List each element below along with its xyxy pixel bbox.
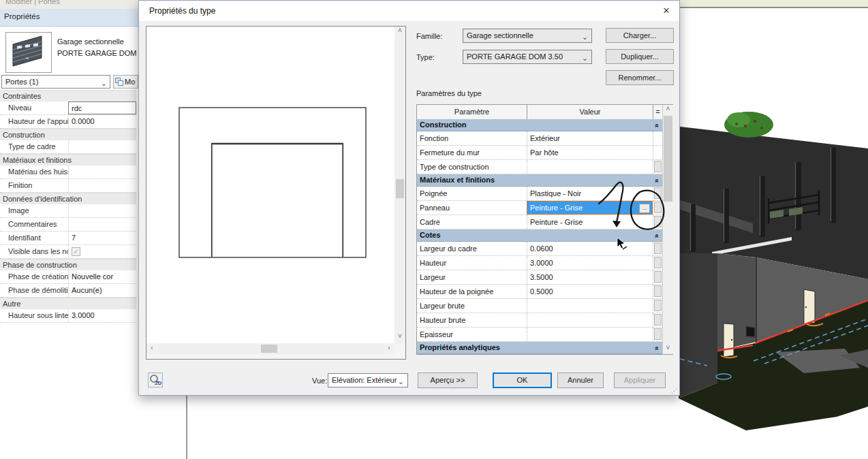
param-value[interactable] (68, 218, 136, 231)
annuler-button[interactable]: Annuler (557, 373, 604, 388)
scroll-down-icon[interactable]: ˅ (394, 332, 405, 343)
param-value[interactable]: 0.5000 (527, 285, 653, 298)
table-section-mat-riaux-et-finitions[interactable]: Matériaux et finitions» (417, 174, 662, 187)
edit-type-button[interactable]: Mo (113, 75, 138, 89)
table-section-cotes[interactable]: Cotes» (417, 230, 662, 242)
palette-row-image[interactable]: Image (0, 204, 136, 218)
table-row-panneau[interactable]: PanneauPeinture - Grise... (417, 201, 662, 215)
table-row-epaisseur[interactable]: Epaisseur (417, 328, 662, 342)
3d-model-view[interactable] (679, 7, 868, 459)
table-row-largeur-du-cadre[interactable]: Largeur du cadre0.0600 (417, 242, 662, 256)
param-value[interactable] (527, 160, 653, 174)
famille-dropdown[interactable]: Garage sectionnelle ⌄ (463, 29, 592, 43)
table-vscrollbar[interactable]: ˄ ˅ (662, 105, 673, 354)
palette-row-mat-riau-des-huisseri[interactable]: Matériau des huisseri... (0, 165, 136, 179)
table-row-fermeture-du-mur[interactable]: Fermeture du murPar hôte (417, 146, 662, 160)
palette-row-hauteur-sous-linteau[interactable]: Hauteur sous linteau3.0000 (0, 309, 136, 323)
palette-section-autre[interactable]: Autre (0, 298, 136, 309)
param-value[interactable] (68, 140, 136, 153)
equalize-button[interactable] (654, 314, 662, 326)
palette-row-phase-de-cr-ation[interactable]: Phase de créationNouvelle cor (0, 270, 136, 284)
collapse-chevron-icon[interactable]: » (650, 178, 662, 183)
col-equalize[interactable]: = (653, 105, 662, 119)
table-row-poign-e[interactable]: PoignéePlastique - Noir (417, 187, 662, 201)
palette-row-niveau[interactable]: Niveaurdc (0, 101, 136, 115)
collapse-chevron-icon[interactable]: » (650, 234, 662, 238)
scroll-up-icon[interactable]: ˄ (394, 27, 405, 37)
table-scroll-thumb[interactable] (664, 116, 672, 202)
equalize-button[interactable] (654, 242, 662, 254)
scroll-right-icon[interactable]: › (384, 343, 394, 354)
appliquer-button[interactable]: Appliquer (614, 373, 666, 388)
scroll-up-icon[interactable]: ˄ (663, 105, 673, 115)
param-value[interactable]: 3.0000 (68, 309, 136, 322)
preview-canvas[interactable] (146, 27, 394, 343)
charger-button[interactable]: Charger... (606, 28, 674, 43)
param-value[interactable] (68, 165, 136, 178)
palette-section-contraintes[interactable]: Contraintes (0, 90, 136, 101)
palette-row-visible-dans-les-nom[interactable]: Visible dans les nom...✓ (0, 245, 136, 259)
table-row-fonction[interactable]: FonctionExtérieur (417, 131, 662, 146)
palette-row-hauteur-de-l-appui[interactable]: Hauteur de l'appui0.0000 (0, 115, 136, 129)
preview-hscrollbar[interactable]: ‹ › (146, 343, 394, 354)
param-value[interactable]: 0.0000 (68, 115, 136, 128)
resize-grip[interactable]: ⋰ (671, 387, 678, 394)
param-value[interactable]: 3.0000 (527, 256, 653, 270)
param-value[interactable] (527, 328, 653, 341)
param-value[interactable]: 0.0600 (527, 242, 653, 255)
palette-section-mat-riaux-et-finitions[interactable]: Matériaux et finitions (0, 154, 136, 165)
param-value[interactable]: rdc (68, 101, 136, 114)
palette-row-commentaires[interactable]: Commentaires (0, 218, 136, 232)
table-row-largeur-brute[interactable]: Largeur brute (417, 299, 662, 313)
element-selector-dropdown[interactable]: Portes (1) ⌄ (1, 75, 110, 89)
param-value[interactable]: Par hôte (527, 146, 653, 159)
param-value[interactable]: Peinture - Grise... (527, 201, 653, 215)
param-value[interactable] (68, 179, 136, 192)
table-section-construction[interactable]: Construction» (417, 119, 662, 131)
param-value[interactable]: 7 (68, 232, 136, 244)
palette-row-finition[interactable]: Finition (0, 179, 136, 193)
type-dropdown[interactable]: PORTE GARAGE DOM 3.50 ⌄ (463, 50, 592, 64)
preview-2d-toggle-button[interactable]: 2D (148, 373, 163, 387)
hscroll-thumb[interactable] (261, 345, 277, 353)
table-row-cadre[interactable]: CadrePeinture - Grise (417, 215, 662, 230)
col-parametre[interactable]: Paramètre (417, 105, 527, 119)
palette-section-donn-es-d-identification[interactable]: Données d'identification (0, 193, 136, 204)
param-value[interactable] (68, 204, 136, 217)
palette-row-type-de-cadre[interactable]: Type de cadre (0, 140, 136, 154)
equalize-button[interactable] (654, 257, 662, 268)
palette-header[interactable]: Propriétés (0, 9, 138, 27)
collapse-chevron-icon[interactable]: » (650, 123, 662, 127)
equalize-button[interactable] (654, 328, 662, 340)
preview-vscrollbar[interactable]: ˄ ˅ (394, 27, 405, 343)
param-value[interactable]: Extérieur (527, 131, 653, 145)
ok-button[interactable]: OK (493, 373, 552, 388)
param-value[interactable] (527, 299, 653, 313)
apercu-button[interactable]: Aperçu >> (418, 373, 478, 388)
table-row-hauteur-de-la-poign-e[interactable]: Hauteur de la poignée0.5000 (417, 285, 662, 299)
table-row-largeur[interactable]: Largeur3.5000 (417, 270, 662, 285)
equalize-button[interactable] (654, 202, 662, 213)
equalize-button[interactable] (654, 271, 662, 283)
renommer-button[interactable]: Renommer... (606, 70, 674, 85)
equalize-button[interactable] (654, 216, 662, 227)
equalize-button[interactable] (654, 161, 662, 172)
param-value[interactable] (527, 313, 653, 327)
col-valeur[interactable]: Valeur (527, 105, 653, 119)
param-value[interactable]: Aucun(e) (68, 284, 136, 297)
param-value[interactable]: ✓ (68, 245, 136, 258)
collapse-chevron-icon[interactable]: » (650, 346, 662, 350)
checkbox-checked-icon[interactable]: ✓ (72, 247, 80, 256)
equalize-button[interactable] (654, 285, 662, 297)
scroll-left-icon[interactable]: ‹ (146, 343, 157, 354)
param-value[interactable]: Peinture - Grise (527, 215, 653, 229)
table-row-hauteur-brute[interactable]: Hauteur brute (417, 313, 662, 328)
palette-row-phase-de-d-molition[interactable]: Phase de démolitionAucun(e) (0, 284, 136, 298)
close-icon[interactable]: ✕ (657, 3, 676, 18)
browse-material-button[interactable]: ... (639, 204, 650, 213)
vue-dropdown[interactable]: Elévation: Extérieur ⌄ (328, 373, 408, 387)
equalize-button[interactable] (654, 300, 662, 311)
table-section-propri-t-s-analytiques[interactable]: Propriétés analytiques» (417, 342, 662, 354)
param-value[interactable]: 3.5000 (527, 270, 653, 284)
vscroll-thumb[interactable] (396, 179, 404, 198)
